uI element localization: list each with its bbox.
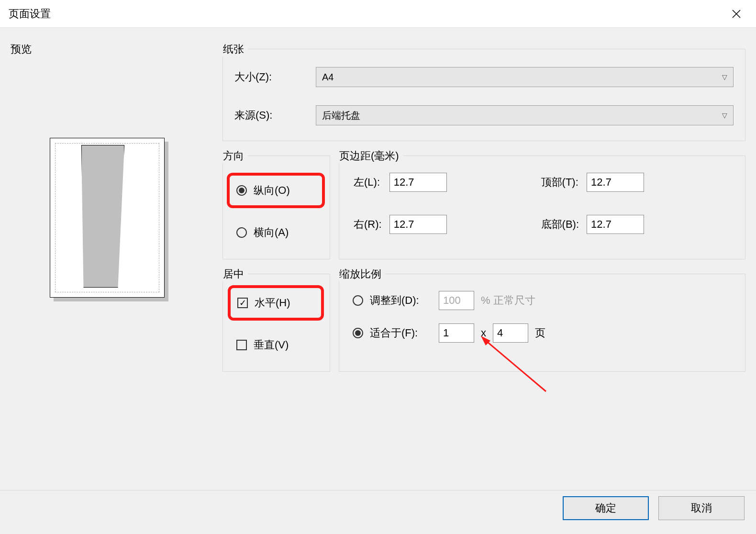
scale-group-title: 缩放比例: [337, 267, 385, 281]
cancel-button[interactable]: 取消: [658, 496, 745, 520]
scale-adjust-radio[interactable]: 调整到(D): % 正常尺寸: [351, 284, 734, 317]
radio-icon: [353, 295, 363, 306]
margin-left-label: 左(L):: [354, 175, 382, 189]
margins-group: 页边距(毫米) 左(L): 顶部(T): 右(R): 底部(B):: [339, 156, 745, 259]
paper-source-dropdown[interactable]: 后端托盘 ▽: [316, 105, 734, 125]
scale-group: 缩放比例 调整到(D): % 正常尺寸 适合于(F): x 页: [339, 274, 745, 372]
paper-size-value: A4: [322, 72, 334, 83]
ok-button[interactable]: 确定: [563, 496, 649, 520]
orientation-portrait-radio[interactable]: 纵向(O): [234, 177, 317, 204]
annotation-highlight: 水平(H): [228, 285, 324, 321]
paper-group-title: 纸张: [221, 42, 248, 56]
close-button[interactable]: [725, 3, 747, 25]
checkbox-icon: [236, 340, 247, 350]
center-group: 居中 水平(H) 垂直(V): [222, 274, 330, 372]
close-icon: [732, 10, 741, 18]
center-group-title: 居中: [221, 267, 248, 281]
scale-adjust-input: [439, 291, 474, 310]
paper-source-label: 来源(S):: [234, 108, 316, 122]
radio-icon: [236, 185, 247, 196]
center-horizontal-checkbox[interactable]: 水平(H): [235, 289, 316, 317]
checkbox-icon: [237, 298, 248, 308]
scale-fit-width-input[interactable]: [439, 323, 474, 343]
radio-icon: [353, 328, 363, 338]
scale-fit-suffix: 页: [535, 326, 545, 340]
chevron-down-icon: ▽: [722, 73, 727, 81]
margin-left-input[interactable]: [389, 173, 447, 192]
chevron-down-icon: ▽: [722, 111, 727, 119]
dialog-footer: 确定 取消: [0, 490, 756, 534]
orientation-group: 方向 纵向(O) 横向(A): [222, 156, 330, 259]
margins-group-title: 页边距(毫米): [337, 149, 403, 163]
scale-fit-x: x: [481, 327, 486, 339]
paper-size-dropdown[interactable]: A4 ▽: [316, 67, 734, 87]
orientation-landscape-radio[interactable]: 横向(A): [234, 219, 318, 246]
orientation-group-title: 方向: [221, 149, 248, 163]
annotation-highlight: 纵向(O): [227, 173, 325, 208]
margin-right-label: 右(R):: [354, 217, 382, 232]
margin-right-input[interactable]: [389, 215, 447, 234]
scale-fit-height-input[interactable]: [493, 323, 528, 343]
radio-icon: [236, 227, 247, 238]
titlebar: 页面设置: [0, 0, 756, 28]
scale-adjust-suffix: % 正常尺寸: [481, 293, 535, 308]
paper-group: 纸张 大小(Z): A4 ▽ 来源(S): 后端托盘 ▽: [222, 49, 745, 141]
dialog-title: 页面设置: [9, 7, 51, 21]
margin-top-label: 顶部(T):: [541, 175, 579, 189]
center-vertical-checkbox[interactable]: 垂直(V): [234, 331, 318, 359]
preview-label: 预览: [11, 42, 209, 56]
margin-top-input[interactable]: [587, 173, 644, 192]
margin-bottom-label: 底部(B):: [541, 217, 579, 232]
paper-size-label: 大小(Z):: [234, 70, 316, 84]
margin-bottom-input[interactable]: [587, 215, 644, 234]
paper-source-value: 后端托盘: [322, 109, 360, 122]
print-preview: [50, 138, 165, 298]
scale-fit-radio[interactable]: 适合于(F): x 页: [351, 317, 734, 349]
